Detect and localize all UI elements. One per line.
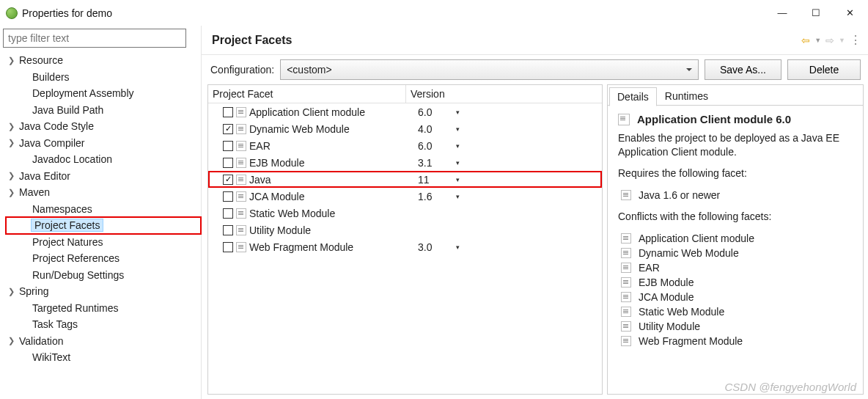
expander-icon[interactable]: ❯ [6,287,16,296]
menu-icon[interactable]: ⋮ [850,33,862,47]
version-dropdown-icon[interactable]: ▾ [456,142,460,150]
expander-icon[interactable]: ❯ [6,336,16,345]
file-icon [621,233,631,244]
expander-icon[interactable]: ❯ [6,138,16,147]
version-dropdown-icon[interactable]: ▾ [456,193,460,200]
facet-version: 6.0 [415,140,456,152]
facet-row[interactable]: Static Web Module [208,205,602,222]
expander-icon[interactable]: ❯ [6,122,16,131]
tree-item[interactable]: ❯Spring [6,283,201,300]
facet-row[interactable]: EAR6.0▾ [208,137,602,154]
expander-icon[interactable]: ❯ [6,171,16,180]
file-icon [236,158,246,168]
facet-checkbox[interactable] [223,158,233,168]
tree-item[interactable]: Run/Debug Settings [6,267,201,284]
facet-row[interactable]: Web Fragment Module3.0▾ [208,238,602,255]
tree-item-label: Project Natures [31,236,104,248]
facet-checkbox[interactable] [223,208,233,219]
tree-item[interactable]: Java Build Path [6,102,201,119]
facet-checkbox[interactable] [223,191,233,202]
maximize-button[interactable]: ☐ [799,2,833,24]
details-pane: Details Runtimes Application Client modu… [607,84,864,395]
app-icon [6,7,18,19]
close-button[interactable]: ✕ [833,2,867,24]
back-icon[interactable]: ⇦ [801,34,810,46]
page-title: Project Facets [212,34,801,47]
tree-item-label: Java Compiler [18,137,86,149]
facet-checkbox[interactable] [223,175,233,185]
tab-runtimes[interactable]: Runtimes [657,87,716,106]
facet-name: JCA Module [249,191,415,202]
facet-name: EJB Module [249,157,415,169]
file-icon [618,114,630,125]
list-item-label: Java 1.6 or newer [639,189,720,201]
facet-col-name[interactable]: Project Facet [208,85,406,103]
tree-item[interactable]: ❯Maven [6,184,201,201]
version-dropdown-icon[interactable]: ▾ [456,176,460,183]
file-icon [236,208,246,219]
tree-item[interactable]: ❯Validation [6,333,201,350]
facet-row[interactable]: Utility Module [208,222,602,238]
facet-checkbox[interactable] [223,242,233,252]
tree-item[interactable]: ❯Java Editor [6,168,201,185]
file-icon [236,124,246,134]
tree-item[interactable]: Project Facets [6,217,201,234]
list-item: Utility Module [621,319,853,334]
window-title: Properties for demo [22,7,765,19]
minimize-button[interactable]: — [765,2,799,24]
version-dropdown-icon[interactable]: ▾ [456,159,460,166]
forward-icon[interactable]: ⇨ [825,34,834,46]
expander-icon[interactable]: ❯ [6,188,16,197]
tree-item-label: WikiText [31,351,72,363]
tree-item[interactable]: Javadoc Location [6,151,201,168]
list-item-label: Web Fragment Module [639,335,743,347]
tree-item-label: Task Tags [31,318,79,330]
facet-row[interactable]: JCA Module1.6▾ [208,188,602,205]
tree-item-label: Project References [31,252,121,264]
tree-item[interactable]: ❯Java Code Style [6,118,201,135]
tree-item[interactable]: Namespaces [6,201,201,218]
facet-checkbox[interactable] [223,141,233,151]
list-item-label: Dynamic Web Module [639,247,739,259]
file-icon [621,248,631,258]
facet-row[interactable]: Dynamic Web Module4.0▾ [208,120,602,137]
list-item: Java 1.6 or newer [621,188,853,202]
facet-row[interactable]: EJB Module3.1▾ [208,154,602,171]
back-menu-icon[interactable]: ▼ [814,37,821,44]
tree-item-label: Maven [18,186,51,198]
version-dropdown-icon[interactable]: ▾ [456,109,460,116]
version-dropdown-icon[interactable]: ▾ [456,244,460,251]
facet-checkbox[interactable] [223,124,233,134]
list-item-label: Application Client module [639,233,754,244]
tree-item[interactable]: Project Natures [6,234,201,251]
tree-item[interactable]: Deployment Assembly [6,85,201,102]
tree-item[interactable]: ❯Resource [6,52,201,69]
list-item: JCA Module [621,290,853,304]
nav-tree: ❯ResourceBuildersDeployment AssemblyJava… [1,52,201,366]
tree-item[interactable]: Project References [6,250,201,267]
list-item-label: EJB Module [639,277,694,288]
details-description: Enables the project to be deployed as a … [618,131,853,159]
facet-col-version[interactable]: Version [406,85,602,103]
facet-row[interactable]: Application Client module6.0▾ [208,103,602,120]
facet-table: Project Facet Version Application Client… [207,84,603,395]
facet-checkbox[interactable] [223,225,233,235]
file-icon [621,190,631,200]
facet-checkbox[interactable] [223,107,233,117]
tab-details[interactable]: Details [609,87,657,106]
filter-input[interactable] [3,29,186,48]
tree-item[interactable]: Task Tags [6,316,201,333]
version-dropdown-icon[interactable]: ▾ [456,125,460,133]
tree-item[interactable]: Targeted Runtimes [6,300,201,317]
tree-item[interactable]: ❯Java Compiler [6,135,201,152]
file-icon [621,321,631,332]
list-item: EJB Module [621,275,853,290]
expander-icon[interactable]: ❯ [6,56,16,65]
save-as-button[interactable]: Save As... [705,59,781,80]
configuration-select[interactable]: <custom> [280,59,699,80]
facet-row[interactable]: Java11▾ [208,171,602,188]
facet-name: Web Fragment Module [249,241,415,253]
tree-item[interactable]: WikiText [6,349,201,366]
tree-item[interactable]: Builders [6,69,201,86]
delete-button[interactable]: Delete [787,59,861,80]
